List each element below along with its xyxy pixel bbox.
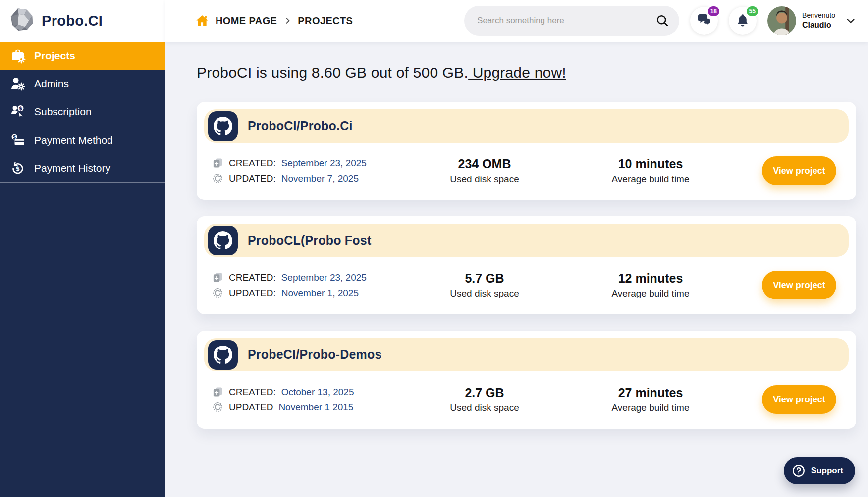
payment-history-icon: $ — [10, 160, 26, 176]
breadcrumb: HOME PAGE PROJECTS — [195, 14, 353, 28]
payment-card-icon: $ — [10, 132, 26, 148]
project-details-row: CREATED: October 13, 2025 UPDATED Novemb… — [204, 371, 849, 428]
sidebar-nav: Projects — [0, 42, 165, 183]
admin-user-gear-icon — [10, 76, 26, 92]
search-bar — [464, 6, 679, 36]
created-line: CREATED: September 23, 2025 — [212, 272, 420, 283]
project-title: ProboCL(Probo Fost — [248, 233, 371, 248]
sidebar-item-label: Admins — [34, 78, 69, 90]
chevron-down-icon — [845, 15, 856, 26]
disk-space-value: 2.7 GB — [420, 386, 549, 400]
sidebar: Probo.CI — [0, 0, 165, 497]
usage-text: ProboCI is using 8.60 GB out of 500 GB. — [197, 64, 468, 81]
app-root: Probo.CI — [0, 0, 868, 497]
project-card: ProbeCI/Probo-Demos CREATED: October 13,… — [197, 331, 856, 429]
view-project-button[interactable]: View project — [762, 385, 836, 414]
user-menu[interactable]: Benvenuto Claudio — [767, 6, 856, 35]
user-name: Claudio — [802, 20, 835, 30]
sidebar-item-subscription[interactable]: $ Subscription — [0, 98, 165, 126]
build-time-label: Average build time — [569, 288, 732, 299]
breadcrumb-chevron-icon — [283, 17, 291, 25]
search-icon[interactable] — [655, 14, 669, 28]
sidebar-item-payment-history[interactable]: $ Payment History — [0, 154, 165, 183]
project-banner: ProboCI/Probo.Ci — [204, 109, 849, 143]
disk-space-value: 5.7 GB — [420, 271, 549, 286]
project-title: ProbeCI/Probo-Demos — [248, 348, 382, 362]
created-copy-icon — [212, 272, 223, 283]
user-texts: Benvenuto Claudio — [802, 11, 835, 30]
notifications-button[interactable]: 55 — [729, 7, 757, 35]
disk-space-stat: 5.7 GB Used disk space — [420, 271, 549, 299]
sidebar-item-admins[interactable]: Admins — [0, 70, 165, 98]
created-date: September 23, 2025 — [281, 272, 367, 283]
content-column: HOME PAGE PROJECTS — [165, 0, 868, 497]
search-input[interactable] — [477, 16, 650, 26]
github-icon — [208, 111, 238, 141]
project-title: ProboCI/Probo.Ci — [248, 119, 353, 133]
updated-refresh-icon — [212, 401, 223, 413]
created-copy-icon — [212, 157, 223, 169]
subscription-icon: $ — [10, 104, 26, 120]
updated-label: UPDATED — [229, 402, 273, 413]
disk-space-stat: 234 OMB Used disk space — [420, 157, 549, 185]
sidebar-item-label: Payment Method — [34, 134, 113, 146]
breadcrumb-home[interactable]: HOME PAGE — [216, 15, 277, 27]
created-date: October 13, 2025 — [281, 387, 354, 398]
updated-date: November 7, 2025 — [281, 173, 359, 184]
project-banner: ProboCL(Probo Fost — [204, 224, 849, 257]
support-button[interactable]: Support — [784, 457, 855, 484]
project-meta: CREATED: October 13, 2025 UPDATED Novemb… — [212, 382, 420, 417]
disk-space-value: 234 OMB — [420, 157, 549, 171]
sidebar-item-label: Projects — [34, 50, 75, 62]
github-icon — [208, 340, 238, 370]
project-details-row: CREATED: September 23, 2025 UPDATED: Nov… — [204, 257, 849, 313]
sidebar-item-payment-method[interactable]: $ Payment Method — [0, 126, 165, 154]
app-title: Probo.CI — [42, 13, 103, 29]
usage-heading: ProboCI is using 8.60 GB out of 500 GB. … — [197, 64, 856, 81]
sidebar-item-projects[interactable]: Projects — [0, 42, 165, 70]
view-project-button[interactable]: View project — [762, 156, 836, 185]
upgrade-link[interactable]: Upgrade now! — [468, 64, 566, 81]
created-copy-icon — [212, 386, 223, 398]
build-time-value: 12 minutes — [569, 271, 732, 286]
created-label: CREATED: — [229, 158, 276, 169]
breadcrumb-current: PROJECTS — [298, 15, 353, 27]
avatar — [767, 6, 796, 35]
logo-gem-icon — [9, 7, 35, 35]
home-icon[interactable] — [195, 14, 209, 28]
support-label: Support — [811, 466, 843, 476]
svg-text:$: $ — [16, 165, 20, 172]
github-icon — [208, 226, 238, 255]
project-meta: CREATED: September 23, 2025 UPDATED: Nov… — [212, 153, 420, 188]
created-line: CREATED: October 13, 2025 — [212, 386, 420, 398]
question-circle-icon — [792, 464, 806, 478]
sidebar-item-label: Payment History — [34, 162, 110, 174]
updated-label: UPDATED: — [229, 173, 276, 184]
messages-button[interactable]: 18 — [690, 7, 718, 35]
sidebar-item-label: Subscription — [34, 106, 92, 118]
updated-line: UPDATED November 1 2015 — [212, 401, 420, 413]
project-card: ProboCL(Probo Fost CREATED: September 23… — [197, 216, 856, 314]
build-time-value: 10 minutes — [569, 157, 732, 171]
disk-space-stat: 2.7 GB Used disk space — [420, 386, 549, 413]
project-card: ProboCI/Probo.Ci CREATED: September 23, … — [197, 102, 856, 200]
view-project-button[interactable]: View project — [762, 271, 836, 299]
created-date: September 23, 2025 — [281, 158, 367, 169]
build-time-label: Average build time — [569, 402, 732, 413]
updated-date: November 1, 2025 — [281, 288, 359, 298]
created-line: CREATED: September 23, 2025 — [212, 157, 420, 169]
build-time-stat: 27 minutes Average build time — [569, 386, 732, 413]
app-logo[interactable]: Probo.CI — [0, 0, 165, 42]
disk-space-label: Used disk space — [420, 174, 549, 185]
updated-label: UPDATED: — [229, 288, 276, 298]
projects-briefcase-gear-icon — [10, 48, 26, 64]
notifications-badge: 55 — [746, 5, 759, 17]
svg-text:$: $ — [19, 106, 22, 111]
disk-space-label: Used disk space — [420, 402, 549, 413]
build-time-value: 27 minutes — [569, 386, 732, 400]
main-area: ProboCI is using 8.60 GB out of 500 GB. … — [165, 42, 868, 497]
project-card-list: ProboCI/Probo.Ci CREATED: September 23, … — [197, 102, 856, 429]
build-time-stat: 12 minutes Average build time — [569, 271, 732, 299]
project-meta: CREATED: September 23, 2025 UPDATED: Nov… — [212, 268, 420, 302]
updated-date: November 1 2015 — [278, 402, 353, 413]
